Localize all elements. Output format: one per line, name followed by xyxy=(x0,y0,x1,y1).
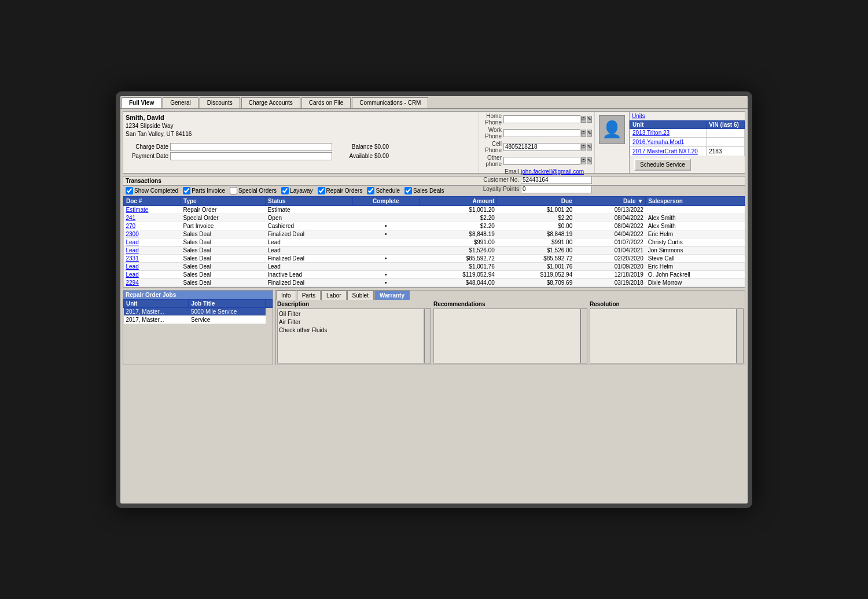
tab-discounts[interactable]: Discounts xyxy=(200,97,240,108)
cell-complete-1 xyxy=(352,214,419,222)
doc-link-0[interactable]: Estimate xyxy=(126,207,149,213)
units-title[interactable]: Units xyxy=(630,112,745,120)
table-row: 2300Sales DealFinalized Deal•$8,848.19$8… xyxy=(124,230,745,238)
checkbox-schedule[interactable]: Schedule xyxy=(367,187,400,194)
other-phone-edit-icon[interactable]: ✎ xyxy=(587,157,592,164)
cell-type-3: Sales Deal xyxy=(181,230,266,238)
home-phone-label: Home Phone xyxy=(481,113,502,126)
customer-no-input[interactable] xyxy=(521,176,592,184)
desc-line-3: Check other Fluids xyxy=(279,326,422,335)
col-salesperson[interactable]: Salesperson xyxy=(646,196,745,205)
cell-amount-1: $2.20 xyxy=(419,214,496,222)
customer-address-1: 1234 Slipside Way xyxy=(126,122,476,130)
home-phone-icon[interactable]: ✆ xyxy=(581,116,586,123)
work-phone-edit-icon[interactable]: ✎ xyxy=(587,130,592,137)
resolution-label: Resolution xyxy=(590,301,744,307)
cell-due-4: $991.00 xyxy=(497,238,575,246)
col-date[interactable]: Date ▼ xyxy=(575,196,646,205)
other-phone-input[interactable] xyxy=(503,157,580,165)
tab-labor[interactable]: Labor xyxy=(321,291,347,300)
tab-general[interactable]: General xyxy=(163,97,198,108)
email-link[interactable]: john.fackrell@gmail.com xyxy=(521,168,584,175)
tab-charge-accounts[interactable]: Charge Accounts xyxy=(241,97,300,108)
cell-complete-2: • xyxy=(352,222,419,230)
payment-date-input[interactable] xyxy=(170,152,332,160)
cell-status-5: Lead xyxy=(266,246,353,254)
col-status[interactable]: Status xyxy=(266,196,353,205)
transactions-table: Doc # Type Status Complete Amount Due Da… xyxy=(123,196,745,287)
tab-info[interactable]: Info xyxy=(276,291,296,300)
other-phone-icon[interactable]: ✆ xyxy=(581,157,586,164)
work-phone-label: Work Phone xyxy=(481,127,502,139)
cell-phone-edit-icon[interactable]: ✎ xyxy=(587,144,592,150)
doc-link-5[interactable]: Lead xyxy=(126,247,139,253)
cell-amount-3: $8,848.19 xyxy=(419,230,496,238)
cell-phone-input[interactable] xyxy=(503,143,580,151)
cell-type-5: Sales Deal xyxy=(181,246,266,254)
cell-type-1: Special Order xyxy=(181,214,266,222)
home-phone-edit-icon[interactable]: ✎ xyxy=(587,116,592,123)
cell-salesperson-0 xyxy=(646,205,745,214)
units-col-unit: Unit xyxy=(630,120,707,128)
unit-vin-2: 2183 xyxy=(707,146,745,156)
tab-full-view[interactable]: Full View xyxy=(122,97,161,108)
doc-link-2[interactable]: 270 xyxy=(126,223,136,229)
checkbox-repair-orders[interactable]: Repair Orders xyxy=(318,187,363,194)
work-phone-icon[interactable]: ✆ xyxy=(581,130,586,137)
available-label: Available xyxy=(332,153,373,159)
doc-link-6[interactable]: 2331 xyxy=(126,255,139,262)
cell-phone-icon[interactable]: ✆ xyxy=(581,144,586,150)
cell-status-0: Estimate xyxy=(266,205,353,214)
cell-status-6: Finalized Deal xyxy=(266,254,353,262)
tab-sublet[interactable]: Sublet xyxy=(347,291,374,300)
repair-job-row[interactable]: 2017, Master...5000 Mile Service xyxy=(124,307,273,315)
doc-link-4[interactable]: Lead xyxy=(126,239,139,245)
desc-scrollbar[interactable] xyxy=(424,308,431,363)
checkbox-special-orders[interactable]: Special Orders xyxy=(230,187,277,194)
col-due[interactable]: Due xyxy=(497,196,575,205)
unit-link-2[interactable]: 2017.MasterCraft.NXT.20 xyxy=(632,148,698,155)
schedule-service-button[interactable]: Schedule Service xyxy=(634,159,691,171)
col-complete[interactable]: Complete xyxy=(352,196,419,205)
repair-job-row[interactable]: 2017, Master...Service xyxy=(124,315,273,324)
charge-date-input[interactable] xyxy=(170,143,332,151)
checkbox-parts-invoice[interactable]: Parts Invoice xyxy=(183,187,225,194)
col-amount[interactable]: Amount xyxy=(419,196,496,205)
cell-amount-5: $1,526.00 xyxy=(419,246,496,254)
doc-link-3[interactable]: 2300 xyxy=(126,231,139,237)
repair-jobs-table: Unit Job Title 2017, Master...5000 Mile … xyxy=(123,299,273,324)
tab-cards-on-file[interactable]: Cards on File xyxy=(301,97,351,108)
res-scrollbar[interactable] xyxy=(737,308,744,363)
work-phone-input[interactable] xyxy=(503,129,580,137)
checkbox-sales-deals[interactable]: Sales Deals xyxy=(404,187,444,194)
col-doc[interactable]: Doc # xyxy=(124,196,181,205)
loyalty-input[interactable] xyxy=(521,185,592,193)
tab-parts[interactable]: Parts xyxy=(297,291,321,300)
tab-warranty[interactable]: Warranty xyxy=(374,291,410,300)
checkbox-show-completed[interactable]: Show Completed xyxy=(126,187,178,194)
doc-link-7[interactable]: Lead xyxy=(126,263,139,270)
description-area: Description Oil Filter Air Filter Check … xyxy=(277,301,431,363)
table-row: 2294Sales DealFinalized Deal•$48,044.00$… xyxy=(124,278,745,286)
doc-link-9[interactable]: 2294 xyxy=(126,280,139,286)
checkbox-layaway[interactable]: Layaway xyxy=(281,187,312,194)
doc-link-8[interactable]: Lead xyxy=(126,271,139,278)
unit-link-0[interactable]: 2013.Triton.23 xyxy=(632,130,670,136)
table-row: 270Part InvoiceCashiered•$2.20$0.0008/04… xyxy=(124,222,745,230)
unit-link-1[interactable]: 2016.Yamaha.Mod1 xyxy=(632,139,684,145)
tab-communications-crm[interactable]: Communications - CRM xyxy=(352,97,428,108)
cell-phone-label: Cell Phone xyxy=(481,141,502,153)
cell-salesperson-5: Jon Simmons xyxy=(646,246,745,254)
info-tabs: Info Parts Labor Sublet Warranty xyxy=(276,291,745,300)
customer-address-2: San Tan Valley, UT 84116 xyxy=(126,130,476,138)
doc-link-1[interactable]: 241 xyxy=(126,215,136,221)
email-label: Email xyxy=(481,168,519,175)
rec-scrollbar[interactable] xyxy=(580,308,587,363)
cell-date-5: 01/04/2021 xyxy=(575,246,646,254)
cell-complete-7 xyxy=(352,262,419,270)
cell-type-9: Sales Deal xyxy=(181,278,266,286)
home-phone-input[interactable] xyxy=(503,115,580,123)
table-row: 241Special OrderOpen$2.20$2.2008/04/2022… xyxy=(124,214,745,222)
cell-due-2: $0.00 xyxy=(497,222,575,230)
col-type[interactable]: Type xyxy=(181,196,266,205)
